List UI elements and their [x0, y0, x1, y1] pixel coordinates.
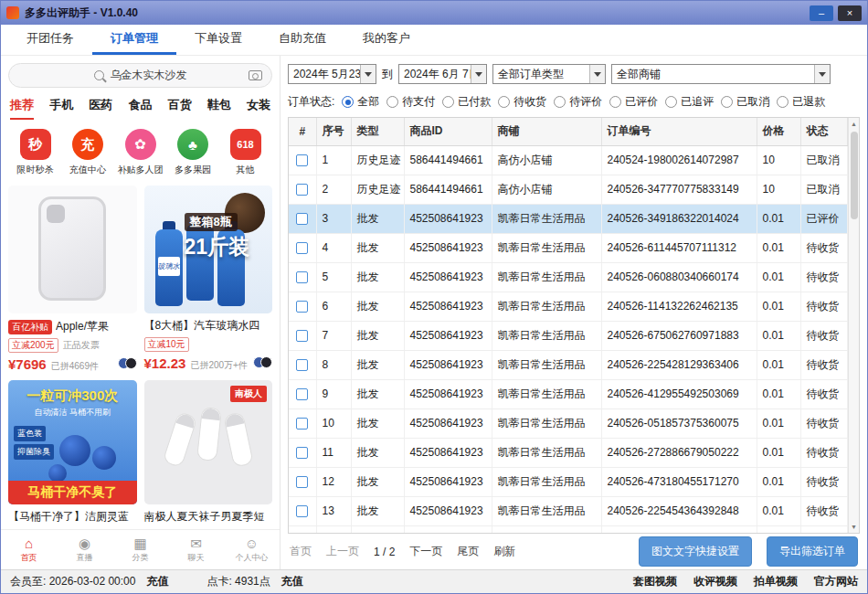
points-balance-label: 点卡: 4931点: [206, 574, 270, 589]
page-first-link[interactable]: 首页: [290, 544, 312, 559]
table-scrollbar[interactable]: ▲ ▼: [848, 118, 859, 533]
product-card-socks[interactable]: 南极人 南极人夏天袜子男夏季短: [144, 380, 273, 525]
cell-product-id: 452508641923: [404, 408, 492, 438]
table-row[interactable]: 8 批发 452508641923 凯蒂日常生活用品 240526-225428…: [289, 350, 848, 379]
quick-link-item[interactable]: ✿ 补贴多人团: [115, 129, 165, 176]
table-row[interactable]: 4 批发 452508641923 凯蒂日常生活用品 240526-611445…: [289, 233, 848, 262]
shop-category-tab[interactable]: 手机: [49, 97, 73, 120]
row-checkbox[interactable]: [296, 154, 308, 166]
quick-link-item[interactable]: 充 充值中心: [63, 129, 113, 176]
order-status-radio[interactable]: 已追评: [665, 94, 714, 110]
date-from-select[interactable]: 2024年 5月23日: [288, 64, 376, 84]
refresh-link[interactable]: 刷新: [493, 544, 515, 559]
statusbar-link[interactable]: 官方网站: [814, 574, 858, 589]
bottom-nav-item[interactable]: ☺ 个人中心: [224, 536, 280, 564]
product-card-toilet-cleaner[interactable]: 一粒可冲300次 自动清洁 马桶不用刷 蓝色装 抑菌除臭 马桶干净不臭了 【马桶…: [8, 380, 137, 525]
row-checkbox[interactable]: [296, 242, 308, 254]
main-tab[interactable]: 订单管理: [92, 25, 176, 55]
row-checkbox[interactable]: [296, 271, 308, 283]
camera-icon[interactable]: [249, 70, 262, 80]
shop-category-tab[interactable]: 百货: [168, 97, 192, 120]
table-row[interactable]: 5 批发 452508641923 凯蒂日常生活用品 240526-060880…: [289, 262, 848, 292]
main-tab[interactable]: 我的客户: [344, 25, 429, 55]
row-checkbox[interactable]: [296, 476, 308, 488]
table-row[interactable]: 9 批发 452508641923 凯蒂日常生活用品 240526-412955…: [289, 379, 848, 408]
cell-status: 已取消: [800, 175, 848, 204]
scroll-up-icon[interactable]: ▲: [849, 118, 859, 130]
order-status-radio[interactable]: 已退款: [777, 94, 825, 110]
product-card-iphone[interactable]: 百亿补贴 Apple/苹果 立减200元 正品发票 ¥7696 已拼4669件: [8, 186, 137, 373]
cell-price: 0.01: [757, 204, 800, 233]
order-status-radio[interactable]: 全部: [342, 94, 379, 110]
main-tab[interactable]: 开团任务: [8, 25, 92, 55]
minimize-button[interactable]: –: [810, 5, 833, 21]
chevron-down-icon[interactable]: [471, 65, 486, 83]
bottom-nav-item[interactable]: ▦ 分类: [112, 536, 168, 564]
scroll-down-icon[interactable]: ▼: [849, 521, 859, 533]
bottom-nav-item[interactable]: ◉ 直播: [57, 536, 112, 564]
row-checkbox[interactable]: [296, 388, 308, 400]
radio-label: 已付款: [458, 94, 491, 110]
cell-select: [289, 233, 316, 262]
page-last-link[interactable]: 尾页: [457, 544, 479, 559]
quick-link-item[interactable]: 618 其他: [220, 129, 270, 176]
shop-category-tab[interactable]: 食品: [128, 97, 152, 120]
statusbar-link[interactable]: 收评视频: [693, 574, 737, 589]
col-header-order-no: 订单编号: [601, 118, 757, 145]
table-row[interactable]: 11 批发 452508641923 凯蒂日常生活用品 240526-27288…: [289, 438, 848, 467]
recharge-points-link[interactable]: 充值: [281, 574, 303, 589]
quick-text-setting-button[interactable]: 图文文字快捷设置: [639, 536, 752, 567]
order-status-radio[interactable]: 已取消: [721, 94, 769, 110]
table-row[interactable]: 1 历史足迹 586441494661 高仿小店铺 240524-1980026…: [289, 145, 848, 175]
page-prev-link[interactable]: 上一页: [326, 544, 359, 559]
shop-category-tab[interactable]: 女装: [247, 97, 270, 120]
quick-link-item[interactable]: ♣ 多多果园: [168, 129, 218, 176]
table-row[interactable]: 10 批发 452508641923 凯蒂日常生活用品 240526-05185…: [289, 408, 848, 438]
order-status-radio[interactable]: 待支付: [386, 94, 435, 110]
row-checkbox[interactable]: [296, 213, 308, 225]
statusbar-link[interactable]: 套图视频: [633, 574, 677, 589]
page-next-link[interactable]: 下一页: [409, 544, 442, 559]
recharge-member-link[interactable]: 充值: [146, 574, 168, 589]
date-to-select[interactable]: 2024年 6月 7日: [398, 64, 487, 84]
quick-link-item[interactable]: 秒 限时秒杀: [10, 129, 60, 176]
main-tab[interactable]: 下单设置: [176, 25, 260, 55]
shop-filter-select[interactable]: 全部商铺: [611, 64, 831, 84]
order-status-radio[interactable]: 待评价: [554, 94, 602, 110]
row-checkbox[interactable]: [296, 447, 308, 459]
chevron-down-icon[interactable]: [589, 65, 605, 83]
shop-category-tab[interactable]: 推荐: [10, 97, 34, 120]
chevron-down-icon[interactable]: [814, 65, 830, 83]
order-status-radio[interactable]: 待收货: [498, 94, 546, 110]
order-status-radio[interactable]: 已付款: [442, 94, 491, 110]
statusbar-link[interactable]: 拍单视频: [754, 574, 798, 589]
table-row[interactable]: 6 批发 452508641923 凯蒂日常生活用品 240526-114132…: [289, 292, 848, 321]
discount-badge: 立减200元: [8, 338, 58, 353]
row-checkbox[interactable]: [296, 418, 308, 430]
shop-search-input[interactable]: 乌金木实木沙发: [8, 63, 272, 88]
main-tab[interactable]: 自助充值: [260, 25, 344, 55]
chevron-down-icon[interactable]: [360, 65, 376, 83]
cell-select: [289, 525, 316, 534]
table-row[interactable]: 12 批发 452508641923 凯蒂日常生活用品 240526-47318…: [289, 467, 848, 496]
order-type-select[interactable]: 全部订单类型: [492, 64, 606, 84]
export-orders-button[interactable]: 导出筛选订单: [767, 536, 858, 567]
row-checkbox[interactable]: [296, 505, 308, 517]
row-checkbox[interactable]: [296, 184, 308, 196]
row-checkbox[interactable]: [296, 359, 308, 371]
product-card-glass-water[interactable]: 玻璃水 整箱8瓶 21斤装 【8大桶】汽车玻璃水四 立减10元 ¥12.23: [144, 186, 273, 373]
table-row[interactable]: 2 历史足迹 586441494661 高仿小店铺 240526-3477707…: [289, 175, 848, 204]
scrollbar-thumb[interactable]: [851, 132, 858, 219]
bottom-nav-item[interactable]: ✉ 聊天: [168, 536, 224, 564]
order-status-radio[interactable]: 已评价: [609, 94, 658, 110]
close-button[interactable]: ×: [838, 5, 862, 21]
shop-category-tab[interactable]: 医药: [89, 97, 112, 120]
bottom-nav-item[interactable]: ⌂ 首页: [1, 536, 57, 564]
table-row[interactable]: 13 批发 452508641923 凯蒂日常生活用品 240526-22545…: [289, 496, 848, 525]
row-checkbox[interactable]: [296, 301, 308, 313]
table-row[interactable]: 3 批发 452508641923 凯蒂日常生活用品 240526-349186…: [289, 204, 848, 233]
shop-category-tab[interactable]: 鞋包: [207, 97, 231, 120]
overlay-tag: 蓝色装: [14, 426, 46, 441]
table-row[interactable]: 7 批发 452508641923 凯蒂日常生活用品 240526-675062…: [289, 321, 848, 350]
row-checkbox[interactable]: [296, 330, 308, 342]
